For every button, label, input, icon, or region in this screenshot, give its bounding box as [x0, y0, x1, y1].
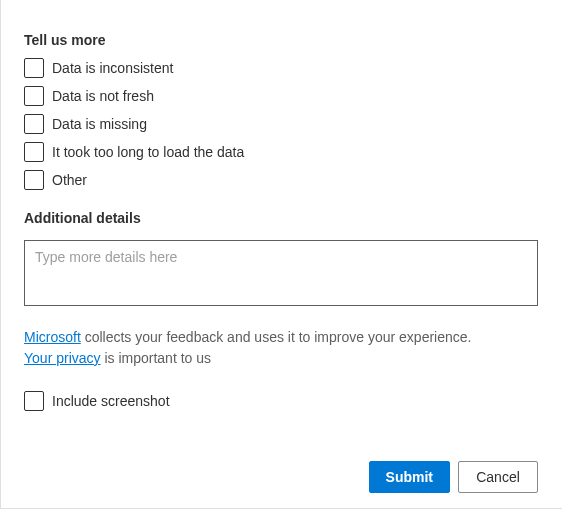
section-title-additional-details: Additional details — [24, 210, 538, 226]
additional-details-input[interactable] — [24, 240, 538, 306]
checkbox-icon[interactable] — [24, 86, 44, 106]
checkbox-icon[interactable] — [24, 142, 44, 162]
include-screenshot-option[interactable]: Include screenshot — [24, 391, 538, 411]
option-other[interactable]: Other — [24, 170, 538, 190]
section-title-tell-us-more: Tell us more — [24, 32, 538, 48]
panel-left-border — [0, 0, 1, 509]
checkbox-icon[interactable] — [24, 114, 44, 134]
disclaimer-text: Microsoft collects your feedback and use… — [24, 327, 538, 369]
option-label: Other — [52, 172, 87, 188]
checkbox-icon[interactable] — [24, 391, 44, 411]
disclaimer-part1: collects your feedback and uses it to im… — [81, 329, 472, 345]
option-data-not-fresh[interactable]: Data is not fresh — [24, 86, 538, 106]
footer-buttons: Submit Cancel — [369, 461, 538, 493]
option-too-long[interactable]: It took too long to load the data — [24, 142, 538, 162]
option-label: Data is missing — [52, 116, 147, 132]
screenshot-label: Include screenshot — [52, 393, 170, 409]
option-label: Data is not fresh — [52, 88, 154, 104]
feedback-panel: Tell us more Data is inconsistent Data i… — [0, 0, 562, 431]
privacy-link[interactable]: Your privacy — [24, 350, 101, 366]
option-label: Data is inconsistent — [52, 60, 173, 76]
option-data-inconsistent[interactable]: Data is inconsistent — [24, 58, 538, 78]
option-label: It took too long to load the data — [52, 144, 244, 160]
checkbox-icon[interactable] — [24, 58, 44, 78]
option-data-missing[interactable]: Data is missing — [24, 114, 538, 134]
microsoft-link[interactable]: Microsoft — [24, 329, 81, 345]
disclaimer-part2: is important to us — [101, 350, 212, 366]
checkbox-icon[interactable] — [24, 170, 44, 190]
submit-button[interactable]: Submit — [369, 461, 450, 493]
cancel-button[interactable]: Cancel — [458, 461, 538, 493]
